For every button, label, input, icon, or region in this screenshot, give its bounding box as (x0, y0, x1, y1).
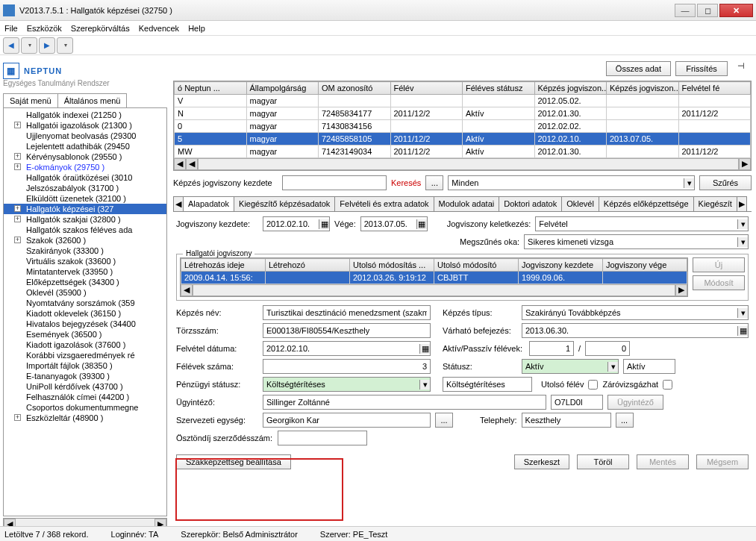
tree-item[interactable]: Hallgatók óraütközései (3010 (4, 172, 166, 183)
fd-date[interactable]: 2012.02.10.▦ (263, 341, 431, 356)
menu-help[interactable]: Help (188, 24, 205, 33)
tree-item[interactable]: UniPoll kérdőívek (43700 ) (4, 381, 166, 392)
szerk-button[interactable]: Szerkeszt (514, 454, 569, 469)
tree-item[interactable]: Hallgatók szakos féléves ada (4, 225, 166, 235)
close-button[interactable]: ✕ (719, 4, 753, 17)
tree-item[interactable]: Elküldött üzenetek (32100 ) (4, 193, 166, 204)
tree-item[interactable]: Lejelentett adathibák (29450 (4, 141, 166, 151)
all-data-button[interactable]: Összes adat (606, 61, 671, 76)
tree-item[interactable]: +Hallgatók képzései (327 (4, 204, 166, 214)
nav-fwd-dropdown[interactable] (57, 37, 73, 54)
nav-back-dropdown[interactable] (21, 37, 37, 54)
tree-item[interactable]: Nyomtatvány sorszámok (359 (4, 298, 166, 308)
filter-combo[interactable]: Minden▾ (448, 175, 695, 190)
zv-check[interactable] (663, 380, 672, 390)
tree-item[interactable]: Előképzettségek (34300 ) (4, 277, 166, 287)
mo-combo[interactable]: Sikeres kimeneti vizsga▾ (524, 234, 749, 249)
ui-input[interactable] (263, 395, 546, 410)
minimize-button[interactable]: — (675, 4, 696, 17)
tree-item[interactable]: Virtuális szakok (33600 ) (4, 256, 166, 266)
jkk-combo[interactable]: Felvétel▾ (535, 216, 749, 231)
tree-item[interactable]: Hallgatók indexei (21250 ) (4, 110, 166, 120)
maximize-button[interactable]: ◻ (697, 4, 718, 17)
tab-nav-left[interactable]: ◀ (173, 196, 184, 211)
tree-item[interactable]: Korábbi vizsgaeredmények ré (4, 350, 166, 360)
os-input[interactable] (278, 431, 367, 445)
tree-item[interactable]: +Szakok (32600 ) (4, 235, 166, 246)
kn-label: Képzés név: (176, 308, 258, 317)
tree-item[interactable]: +Eszközleltár (48900 ) (4, 413, 166, 423)
refresh-button[interactable]: Frissítés (675, 61, 728, 76)
tree-item[interactable]: Oklevél (35900 ) (4, 287, 166, 298)
tree-item[interactable]: +Hallgatói igazolások (21300 ) (4, 120, 166, 131)
detail-tab[interactable]: Oklevél (561, 196, 599, 211)
tab-general-menu[interactable]: Általános menü (57, 93, 128, 107)
status-role: Szerepkör: Belső Adminisztrátor (181, 530, 298, 539)
tree-item[interactable]: Ujjlenyomat beolvasás (29300 (4, 131, 166, 141)
tab-own-menu[interactable]: Saját menü (3, 93, 58, 107)
se-dots[interactable]: ... (435, 413, 453, 428)
detail-tab[interactable]: Doktori adatok (499, 196, 562, 211)
tab-nav-right[interactable]: ▶ (737, 196, 747, 211)
se-input[interactable] (263, 413, 431, 428)
nav-fwd-button[interactable] (39, 37, 55, 54)
ts-input[interactable] (263, 323, 431, 338)
vb-date[interactable]: 2013.06.30.▦ (522, 323, 749, 338)
tree-item[interactable]: Események (36500 ) (4, 329, 166, 340)
detail-tab[interactable]: Képzés előképzettsége (599, 196, 694, 211)
hj-grid[interactable]: Létrehozás idejeLétrehozóUtolsó módosítá… (180, 257, 688, 297)
search-dots-button[interactable]: ... (425, 175, 443, 190)
menu-tools[interactable]: Eszközök (27, 24, 62, 33)
tree-item[interactable]: Kiadott oklevelek (36150 ) (4, 308, 166, 319)
tree-item[interactable]: Szakirányok (33300 ) (4, 246, 166, 256)
tree-item[interactable]: Importált fájlok (38350 ) (4, 360, 166, 371)
tree-item[interactable]: Jelszószabályok (31700 ) (4, 183, 166, 193)
uj-button[interactable]: Új (693, 257, 745, 272)
detail-tab[interactable]: Modulok adatai (434, 196, 500, 211)
ap1-input[interactable] (529, 341, 574, 356)
detail-tab[interactable]: Kiegészítő képzésadatok (234, 196, 335, 211)
status-records: Letöltve 7 / 368 rekord. (4, 530, 89, 539)
menu-file[interactable]: File (4, 24, 18, 33)
megsem-button[interactable]: Mégsem (696, 454, 749, 469)
menu-role[interactable]: Szerepkörváltás (71, 24, 130, 33)
ps-combo[interactable]: Költségtérítéses▾ (263, 377, 431, 392)
tree-item[interactable]: +Hallgatók szakjai (32800 ) (4, 214, 166, 225)
tree-item[interactable]: Felhasználók címei (44200 ) (4, 392, 166, 402)
torol-button[interactable]: Töröl (577, 454, 629, 469)
szak-button[interactable]: Szakképzettség beállítása (176, 454, 291, 469)
menu-tree[interactable]: Hallgatók indexei (21250 )+Hallgatói iga… (3, 107, 167, 516)
mentes-button[interactable]: Mentés (637, 454, 689, 469)
ui-code[interactable] (551, 395, 603, 410)
menu-fav[interactable]: Kedvencek (139, 24, 179, 33)
kn-input[interactable] (263, 305, 431, 320)
tree-item[interactable]: Mintatantervek (33950 ) (4, 266, 166, 277)
kt-combo[interactable]: Szakirányú Továbbképzés▾ (522, 305, 749, 320)
jk-date[interactable]: 2012.02.10.▦ (263, 216, 330, 231)
nav-back-button[interactable] (3, 37, 19, 54)
st-combo[interactable]: Aktív▾ (522, 359, 619, 374)
fs-input[interactable] (263, 359, 431, 374)
tree-item[interactable]: +E-okmányok (29750 ) (4, 162, 166, 172)
pin-icon[interactable]: ⊣ (732, 61, 750, 76)
search-input[interactable] (282, 175, 387, 190)
tree-item[interactable]: +Kérvénysablonok (29550 ) (4, 151, 166, 162)
mo-label: Megszűnés oka: (460, 237, 519, 246)
tree-item[interactable]: Kiadott igazolások (37600 ) (4, 340, 166, 350)
te-input[interactable] (522, 413, 611, 428)
tree-item[interactable]: E-tananyagok (39300 ) (4, 371, 166, 381)
ui-btn[interactable]: Ügyintéző (607, 395, 663, 410)
tree-item[interactable]: Csoportos dokumentummegne (4, 402, 166, 413)
detail-tab[interactable]: Felvételi és extra adatok (334, 196, 434, 211)
mod-button[interactable]: Módosít (693, 275, 745, 290)
uf-check[interactable] (588, 380, 598, 390)
detail-tab[interactable]: Kiegészít (693, 196, 737, 211)
vege-date[interactable]: 2013.07.05.▦ (360, 216, 428, 231)
ap2-input[interactable] (585, 341, 630, 356)
data-grid[interactable]: ó Neptun ...ÁllampolgárságOM azonosítóFé… (173, 81, 752, 171)
detail-tab[interactable]: Alapadatok (183, 196, 234, 211)
te-dots[interactable]: ... (616, 413, 634, 428)
filter-button[interactable]: Szűrés (699, 175, 752, 190)
tree-item[interactable]: Hivatalos bejegyzések (34400 (4, 319, 166, 329)
search-link[interactable]: Keresés (391, 178, 421, 187)
